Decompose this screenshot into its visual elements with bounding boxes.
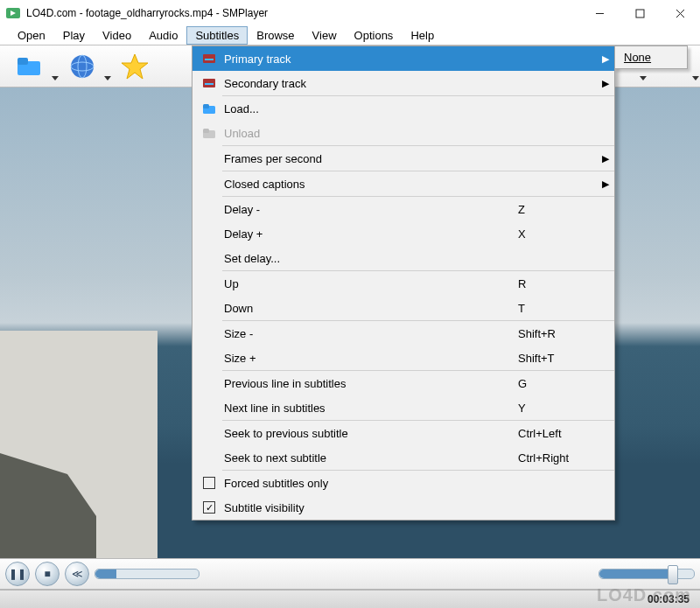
menu-item-shortcut: Z [518, 203, 597, 216]
svg-rect-21 [203, 104, 209, 108]
subtitles-menu-item[interactable]: Primary track▶ [192, 46, 614, 71]
menu-item-label: Previous line in subtitles [219, 377, 518, 390]
menu-item-shortcut: G [518, 377, 597, 390]
menu-subtitles[interactable]: Subtitles [186, 26, 248, 45]
svg-rect-23 [203, 129, 209, 133]
pause-button[interactable]: ❚❚ [5, 562, 30, 586]
menu-item-label: Subtitle visibility [219, 501, 518, 514]
subtitles-menu-item[interactable]: DownT [192, 296, 614, 320]
menu-item-label: Next line in subtitles [219, 402, 518, 415]
menu-open[interactable]: Open [9, 26, 54, 45]
menu-bar: Open Play Video Audio Subtitles Browse V… [0, 26, 700, 45]
volume-fill [599, 570, 670, 578]
subtitles-menu-item[interactable]: Secondary track▶ [192, 71, 614, 95]
svg-marker-13 [122, 54, 148, 79]
subtitles-menu-item[interactable]: Seek to next subtitleCtrl+Right [192, 445, 614, 470]
subtitles-menu-item[interactable]: Set delay... [192, 246, 614, 270]
app-icon [5, 5, 21, 21]
open-file-button[interactable] [5, 48, 54, 85]
subtitles-menu-item[interactable]: Size -Shift+R [192, 321, 614, 346]
svg-rect-17 [205, 59, 214, 60]
subtitles-menu-item[interactable]: Closed captions▶ [192, 171, 614, 196]
menu-item-label: Secondary track [219, 77, 518, 90]
subtitles-menu-item: Unload [192, 121, 614, 145]
subtitles-menu-item[interactable]: Frames per second▶ [192, 146, 614, 171]
subtitle-secondary-icon [200, 77, 219, 89]
menu-options[interactable]: Options [346, 26, 402, 45]
maximize-button[interactable] [620, 0, 660, 26]
folder-dim-icon [200, 127, 219, 139]
svg-rect-19 [205, 83, 214, 85]
menu-item-label: Size + [219, 352, 518, 365]
menu-item-label: Primary track [219, 52, 518, 66]
stop-button[interactable]: ■ [35, 562, 60, 586]
seek-fill [95, 570, 116, 578]
volume-slider[interactable] [598, 569, 695, 579]
seek-slider[interactable] [94, 569, 200, 579]
subtitles-menu-item[interactable]: UpR [192, 271, 614, 296]
subtitles-menu-item[interactable]: Delay -Z [192, 197, 614, 221]
folder-icon [200, 102, 219, 115]
menu-browse[interactable]: Browse [248, 26, 303, 45]
subtitles-menu-item[interactable]: Next line in subtitlesY [192, 395, 614, 420]
menu-item-label: Unload [219, 127, 518, 140]
menu-item-label: Delay + [219, 227, 518, 241]
subtitles-dropdown: Primary track▶Secondary track▶Load...Unl… [192, 45, 615, 521]
menu-item-shortcut: Shift+T [518, 352, 597, 365]
title-bar: LO4D.com - footage_oldharryrocks.mp4 - S… [0, 0, 700, 26]
subtitles-menu-item[interactable]: Forced subtitles only [192, 471, 614, 495]
control-bar: ❚❚ ■ ≪ [0, 558, 700, 590]
submenu-arrow-icon: ▶ [597, 53, 614, 65]
menu-item-label: Frames per second [219, 152, 518, 165]
svg-marker-15 [692, 76, 699, 80]
menu-item-shortcut: Y [518, 402, 597, 415]
subtitles-menu-item[interactable]: Size +Shift+T [192, 346, 614, 370]
menu-item-shortcut: T [518, 302, 597, 315]
svg-point-9 [71, 55, 94, 78]
checkbox-icon: ✓ [200, 501, 219, 514]
volume-thumb[interactable] [668, 565, 678, 584]
submenu-arrow-icon: ▶ [597, 178, 614, 190]
menu-item-label: Set delay... [219, 252, 518, 265]
menu-item-label: Load... [219, 102, 518, 115]
menu-help[interactable]: Help [402, 26, 443, 45]
globe-icon [68, 52, 96, 80]
folder-icon [15, 54, 45, 79]
primary-track-submenu: None [614, 45, 688, 69]
menu-item-shortcut: R [518, 277, 597, 290]
menu-item-label: Up [219, 277, 518, 290]
timecode: 00:03:35 [648, 593, 690, 605]
rewind-button[interactable]: ≪ [65, 562, 89, 586]
subtitles-menu-item[interactable]: Load... [192, 96, 614, 121]
submenu-arrow-icon: ▶ [597, 78, 614, 89]
menu-item-label: Down [219, 302, 518, 315]
minimize-button[interactable] [579, 0, 620, 26]
menu-audio[interactable]: Audio [140, 26, 186, 45]
menu-view[interactable]: View [304, 26, 346, 45]
subtitles-menu-item[interactable]: ✓Subtitle visibility [192, 495, 614, 520]
subtitle-primary-icon [200, 52, 219, 65]
status-bar: 00:03:35 [0, 590, 700, 608]
menu-item-label: Seek to next subtitle [219, 451, 518, 465]
menu-item-label: Size - [219, 327, 518, 340]
menu-item-label: Seek to previous subtitle [219, 427, 518, 440]
menu-item-label: Closed captions [219, 178, 518, 191]
chevron-down-icon[interactable] [691, 73, 700, 82]
open-url-button[interactable] [58, 48, 107, 85]
close-button[interactable] [660, 0, 700, 26]
menu-item-shortcut: X [518, 227, 597, 241]
star-icon [120, 52, 150, 81]
subtitles-menu-item[interactable]: Seek to previous subtitleCtrl+Left [192, 421, 614, 445]
menu-item-shortcut: Ctrl+Left [518, 427, 597, 440]
menu-play[interactable]: Play [54, 26, 94, 45]
menu-video[interactable]: Video [94, 26, 140, 45]
subtitles-menu-item[interactable]: Previous line in subtitlesG [192, 371, 614, 395]
menu-item-label: Forced subtitles only [219, 477, 518, 490]
subtitles-menu-item[interactable]: Delay +X [192, 221, 614, 246]
submenu-item-none[interactable]: None [615, 46, 687, 68]
menu-item-shortcut: Shift+R [518, 327, 597, 340]
window-title: LO4D.com - footage_oldharryrocks.mp4 - S… [26, 7, 579, 19]
favorites-button[interactable] [110, 48, 159, 85]
submenu-arrow-icon: ▶ [597, 153, 614, 164]
menu-item-shortcut: Ctrl+Right [518, 451, 597, 465]
